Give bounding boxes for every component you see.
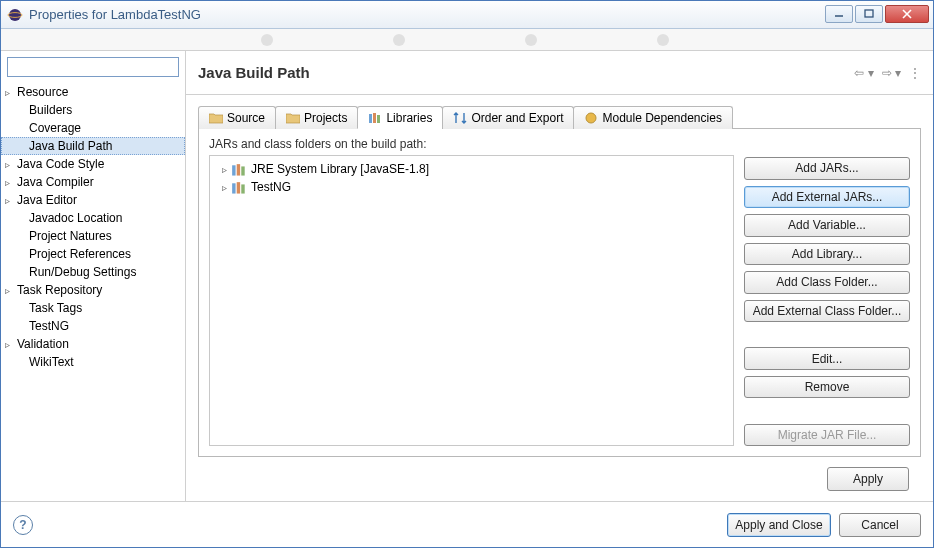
nav-item-java-compiler[interactable]: Java Compiler — [1, 173, 185, 191]
tab-label: Source — [227, 111, 265, 125]
forward-icon[interactable]: ⇨ ▾ — [882, 66, 901, 80]
minimize-button[interactable] — [825, 5, 853, 23]
cancel-button[interactable]: Cancel — [839, 513, 921, 537]
library-item[interactable]: TestNG — [214, 178, 729, 196]
nav-item-project-references[interactable]: Project References — [1, 245, 185, 263]
help-button[interactable]: ? — [13, 515, 33, 535]
svg-rect-10 — [232, 165, 235, 175]
apply-and-close-button[interactable]: Apply and Close — [727, 513, 831, 537]
tab-module[interactable]: Module Dependencies — [573, 106, 732, 129]
libraries-description: JARs and class folders on the build path… — [209, 137, 734, 151]
nav-item-java-editor[interactable]: Java Editor — [1, 191, 185, 209]
library-item[interactable]: JRE System Library [JavaSE-1.8] — [214, 160, 729, 178]
window-controls — [825, 5, 929, 25]
remove-button[interactable]: Remove — [744, 376, 910, 399]
nav-item-validation[interactable]: Validation — [1, 335, 185, 353]
header-nav: ⇦ ▾ ⇨ ▾ ⋮ — [854, 66, 921, 80]
nav-item-builders[interactable]: Builders — [1, 101, 185, 119]
svg-rect-11 — [237, 164, 240, 175]
libraries-panel: JARs and class folders on the build path… — [198, 129, 921, 457]
properties-dialog: Properties for LambdaTestNG ResourceBuil… — [0, 0, 934, 548]
nav-item-java-code-style[interactable]: Java Code Style — [1, 155, 185, 173]
nav-item-testng[interactable]: TestNG — [1, 317, 185, 335]
page-header: Java Build Path ⇦ ▾ ⇨ ▾ ⋮ — [186, 51, 933, 95]
back-icon[interactable]: ⇦ ▾ — [854, 66, 873, 80]
svg-rect-14 — [237, 182, 240, 193]
eclipse-icon — [7, 7, 23, 23]
category-tree[interactable]: ResourceBuildersCoverageJava Build PathJ… — [1, 81, 185, 501]
edit-button[interactable]: Edit... — [744, 347, 910, 370]
filter-input[interactable] — [7, 57, 179, 77]
window-title: Properties for LambdaTestNG — [29, 7, 825, 22]
nav-item-task-tags[interactable]: Task Tags — [1, 299, 185, 317]
folder-icon — [209, 112, 223, 124]
svg-rect-7 — [373, 113, 376, 123]
nav-item-javadoc-location[interactable]: Javadoc Location — [1, 209, 185, 227]
dialog-footer: ? Apply and Close Cancel — [1, 501, 933, 547]
libraries-tree[interactable]: JRE System Library [JavaSE-1.8]TestNG — [209, 155, 734, 446]
library-icon — [368, 112, 382, 124]
svg-rect-12 — [241, 166, 244, 175]
svg-rect-6 — [369, 114, 372, 123]
tab-label: Order and Export — [471, 111, 563, 125]
nav-item-resource[interactable]: Resource — [1, 83, 185, 101]
close-button[interactable] — [885, 5, 929, 23]
svg-point-9 — [586, 113, 596, 123]
nav-item-project-natures[interactable]: Project Natures — [1, 227, 185, 245]
tab-libraries[interactable]: Libraries — [357, 106, 443, 129]
migrate-jar-button[interactable]: Migrate JAR File... — [744, 424, 910, 447]
tab-label: Module Dependencies — [602, 111, 721, 125]
nav-item-java-build-path[interactable]: Java Build Path — [1, 137, 185, 155]
library-icon — [231, 163, 247, 175]
menu-icon[interactable]: ⋮ — [909, 66, 921, 80]
add-external-class-folder-button[interactable]: Add External Class Folder... — [744, 300, 910, 323]
tab-projects[interactable]: Projects — [275, 106, 358, 129]
svg-rect-3 — [865, 10, 873, 17]
tab-order[interactable]: Order and Export — [442, 106, 574, 129]
background-tabs — [1, 29, 933, 51]
module-icon — [584, 112, 598, 124]
order-icon — [453, 112, 467, 124]
folder-icon — [286, 112, 300, 124]
svg-rect-13 — [232, 183, 235, 193]
page-title: Java Build Path — [198, 64, 854, 81]
add-external-jars-button[interactable]: Add External JARs... — [744, 186, 910, 209]
add-class-folder-button[interactable]: Add Class Folder... — [744, 271, 910, 294]
titlebar[interactable]: Properties for LambdaTestNG — [1, 1, 933, 29]
tab-bar: SourceProjectsLibrariesOrder and ExportM… — [198, 105, 921, 129]
nav-item-wikitext[interactable]: WikiText — [1, 353, 185, 371]
nav-item-run-debug-settings[interactable]: Run/Debug Settings — [1, 263, 185, 281]
add-library-button[interactable]: Add Library... — [744, 243, 910, 266]
library-label: TestNG — [251, 180, 291, 194]
svg-rect-8 — [377, 115, 380, 123]
library-label: JRE System Library [JavaSE-1.8] — [251, 162, 429, 176]
add-jars-button[interactable]: Add JARs... — [744, 157, 910, 180]
svg-point-0 — [9, 9, 21, 21]
category-tree-panel: ResourceBuildersCoverageJava Build PathJ… — [1, 51, 186, 501]
nav-item-coverage[interactable]: Coverage — [1, 119, 185, 137]
nav-item-task-repository[interactable]: Task Repository — [1, 281, 185, 299]
svg-rect-15 — [241, 184, 244, 193]
tab-source[interactable]: Source — [198, 106, 276, 129]
library-buttons: Add JARs... Add External JARs... Add Var… — [744, 137, 910, 446]
add-variable-button[interactable]: Add Variable... — [744, 214, 910, 237]
library-icon — [231, 181, 247, 193]
tab-label: Projects — [304, 111, 347, 125]
maximize-button[interactable] — [855, 5, 883, 23]
tab-label: Libraries — [386, 111, 432, 125]
main-panel: Java Build Path ⇦ ▾ ⇨ ▾ ⋮ SourceProjects… — [186, 51, 933, 501]
apply-button[interactable]: Apply — [827, 467, 909, 491]
